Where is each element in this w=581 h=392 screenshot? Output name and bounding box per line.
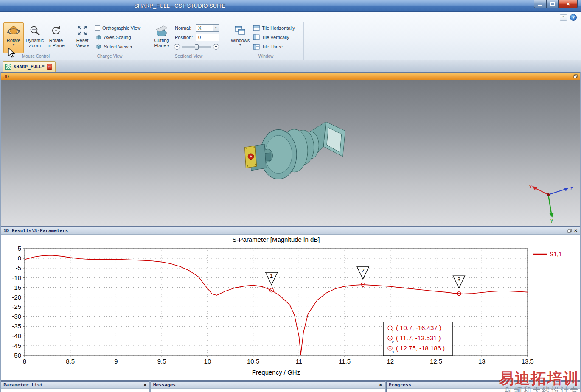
bottom-dock: Parameter List ✕ Messages ✕ Progress ✕ [0, 381, 581, 392]
coordinate-axes-widget[interactable]: x z y [528, 184, 575, 223]
tile-three-button[interactable]: Tile Three [251, 42, 297, 51]
close-panel-icon[interactable]: ✕ [574, 383, 578, 387]
panel-1d-header: 1D Results\S-Parameters ✕ [1, 227, 580, 235]
help-icon[interactable]: ? [570, 14, 577, 21]
orthographic-view-checkbox[interactable] [95, 25, 100, 31]
restore-window-icon[interactable] [567, 229, 572, 233]
x-tick-label: 9 [114, 358, 118, 365]
reset-view-button[interactable]: Reset View ▾ [72, 22, 93, 53]
close-panel-icon[interactable]: ✕ [574, 228, 578, 233]
y-tick-label: -25 [12, 303, 21, 310]
panel-1d-results: 1D Results\S-Parameters ✕ 88.599.51010.5… [1, 227, 580, 381]
y-tick-label: -45 [12, 342, 21, 349]
y-tick-label: 0 [18, 255, 21, 262]
axes-scaling-button[interactable]: Axes Scaling [93, 33, 142, 42]
x-tick-label: 10.5 [247, 358, 259, 365]
tile-horizontally-button[interactable]: Tile Horizontally [251, 23, 297, 33]
slider-thumb[interactable] [195, 44, 199, 50]
minimize-icon [538, 5, 542, 6]
normal-select[interactable]: X ▾ [196, 24, 219, 32]
parameter-list-title: Parameter List [3, 382, 43, 388]
axis-x-label: x [529, 184, 532, 190]
annotation-marker-number: 2 [392, 340, 394, 344]
windows-button[interactable]: Windows ▾ [230, 22, 250, 53]
rotate-button[interactable]: Rotate ▾ [3, 22, 24, 53]
slider-minus-button[interactable]: − [174, 44, 180, 50]
chart-area: 88.599.51010.51111.51212.51313.550-5-10-… [1, 235, 580, 380]
y-tick-label: -35 [12, 322, 21, 330]
orthographic-view-option[interactable]: Orthographic View [93, 23, 142, 33]
parameter-list-panel: Parameter List ✕ [1, 381, 149, 392]
windows-icon [234, 24, 247, 37]
window-controls: ✕ [534, 0, 578, 8]
panel-3d-header: 3D [1, 73, 580, 80]
position-input[interactable]: 0 [196, 34, 219, 41]
group-label-mouse-control: Mouse Control [3, 53, 69, 60]
x-tick-label: 11 [296, 358, 303, 365]
x-tick-label: 10 [204, 358, 211, 365]
antenna-3d-model[interactable] [237, 114, 353, 193]
group-label-sectional-view: Sectional View [150, 53, 227, 60]
y-tick-label: -30 [12, 313, 21, 320]
close-button[interactable]: ✕ [559, 0, 578, 8]
ribbon-group-change-view: Reset View ▾ Orthographic View Axes Scal… [70, 22, 149, 60]
reset-view-icon [76, 24, 89, 37]
s-parameter-chart[interactable]: 88.599.51010.51111.51212.51313.550-5-10-… [1, 235, 580, 380]
x-tick-label: 8.5 [66, 358, 75, 365]
tile-three-icon [253, 44, 260, 50]
tile-vertically-button[interactable]: Tile Vertically [251, 33, 297, 42]
annotation-marker-dot [390, 348, 391, 349]
x-tick-label: 9.5 [157, 358, 166, 365]
axis-y-label: y [550, 217, 553, 223]
cube-icon [95, 44, 102, 50]
window-title: SHARP_FULL - CST STUDIO SUITE [134, 3, 225, 9]
tile-vertically-icon [253, 34, 260, 40]
close-panel-icon[interactable]: ✕ [143, 383, 147, 387]
y-tick-label: 5 [18, 245, 21, 252]
maximize-button[interactable] [546, 0, 559, 8]
x-tick-label: 13 [478, 358, 486, 365]
legend-label: S1,1 [550, 251, 562, 258]
cutting-plane-icon [155, 24, 168, 37]
panel-3d: 3D [1, 72, 580, 227]
normal-label: Normal: [175, 25, 191, 31]
cutting-plane-button[interactable]: Cutting Plane ▾ [151, 22, 172, 53]
y-tick-label: -20 [12, 294, 21, 301]
marker-point-dot [458, 293, 460, 294]
close-panel-icon[interactable]: ✕ [379, 383, 382, 387]
panel-3d-title: 3D [3, 74, 9, 79]
marker-point-dot [362, 284, 364, 286]
minimize-button[interactable] [534, 0, 546, 8]
document-tab[interactable]: SHARP_FULL* ✕ [3, 61, 56, 72]
chevron-down-icon: ▾ [239, 43, 241, 47]
annotation-text: ( 11.7, -13.531 ) [396, 334, 441, 342]
y-tick-label: -5 [16, 264, 21, 272]
select-view-button[interactable]: Select View ▾ [93, 42, 142, 51]
y-tick-label: -10 [12, 274, 21, 281]
marker-number: 2 [362, 267, 365, 274]
ribbon: ⌃ ? Rotate ▾ Dynamic Zo [0, 12, 581, 60]
viewport-3d[interactable]: x z y [1, 80, 580, 226]
marker-number: 1 [270, 273, 273, 279]
x-axis-label: Frequency / GHz [252, 369, 300, 376]
annotation-marker-number: 1 [392, 330, 394, 334]
chevron-down-icon: ▾ [168, 44, 169, 48]
tile-horizontally-icon [253, 25, 260, 31]
position-label: Position: [175, 35, 193, 40]
axis-z-label: z [570, 185, 573, 191]
rotate-icon [7, 24, 20, 37]
chevron-down-icon: ▾ [213, 25, 219, 31]
x-tick-label: 12 [387, 358, 394, 365]
document-tab-label: SHARP_FULL* [14, 64, 45, 70]
project-icon [5, 64, 11, 70]
slider-plus-button[interactable]: + [213, 44, 219, 50]
dynamic-zoom-button[interactable]: Dynamic Zoom [25, 22, 45, 53]
position-slider[interactable] [182, 46, 211, 48]
x-tick-label: 13.5 [521, 358, 533, 365]
ribbon-group-mouse-control: Rotate ▾ Dynamic Zoom Rotate in Plane [2, 22, 70, 60]
rotate-in-plane-button[interactable]: Rotate in Plane [46, 22, 66, 53]
collapse-ribbon-button[interactable]: ⌃ [560, 14, 567, 21]
tab-close-icon[interactable]: ✕ [47, 64, 52, 70]
annotation-marker-dot [390, 328, 391, 329]
restore-window-icon[interactable] [573, 74, 578, 78]
